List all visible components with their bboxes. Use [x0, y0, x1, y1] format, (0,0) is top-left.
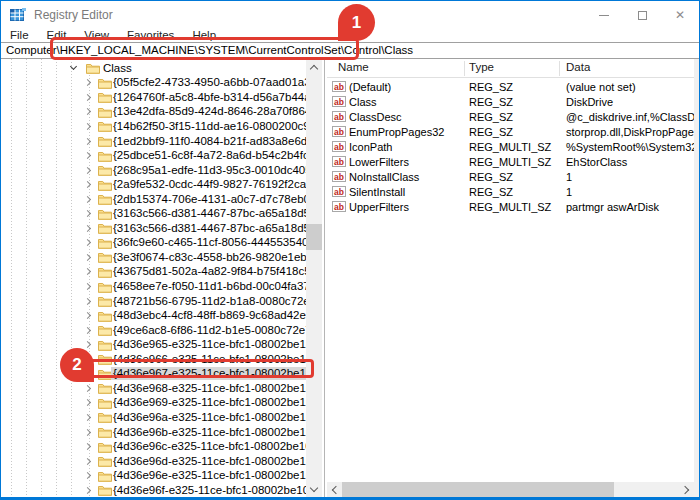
tree-item-label[interactable]: {3163c566-d381-4467-87bc-a65a18d5b648} [111, 207, 306, 220]
values-scrollbar-thumb[interactable] [342, 482, 614, 498]
chevron-right-icon[interactable] [84, 385, 91, 392]
chevron-right-icon[interactable] [84, 210, 91, 217]
tree-item[interactable]: {1264760f-a5c8-4bfe-b314-d56a7b44a362} [1, 90, 306, 105]
tree-item-label[interactable]: {25dbce51-6c8f-4a72-8a6d-b54c2b4fc835} [111, 149, 306, 162]
tree-item[interactable]: {25dbce51-6c8f-4a72-8a6d-b54c2b4fc835} [1, 148, 306, 163]
tree-item[interactable]: {13e42dfa-85d9-424d-8646-28a70f864f9c} [1, 105, 306, 120]
chevron-right-icon[interactable] [84, 137, 91, 144]
tree-item[interactable]: {4d36e96e-e325-11ce-bfc1-08002be10318} [1, 468, 306, 483]
tree-item[interactable]: {36fc9e60-c465-11cf-8056-444553540000} [1, 236, 306, 251]
column-header-name[interactable]: Name [338, 61, 369, 73]
minimize-button[interactable] [585, 1, 623, 29]
value-row[interactable]: abClassREG_SZDiskDrive [327, 95, 694, 110]
tree-item-label[interactable]: {4658ee7e-f050-11d1-b6bd-00c04fa372a7} [111, 280, 306, 293]
tree-item-label[interactable]: {4d36e96e-e325-11ce-bfc1-08002be10318} [111, 469, 306, 482]
chevron-right-icon[interactable] [84, 108, 91, 115]
chevron-right-icon[interactable] [84, 123, 91, 130]
value-row[interactable]: abSilentInstallREG_SZ1 [327, 185, 694, 200]
column-divider[interactable] [559, 61, 560, 76]
tree-item-label[interactable]: {4d36e968-e325-11ce-bfc1-08002be10318} [111, 382, 306, 395]
column-divider[interactable] [464, 61, 465, 76]
registry-tree-pane[interactable]: Class{05f5cfe2-4733-4950-a6bb-07aad01a3a… [1, 59, 306, 498]
tree-item-label[interactable]: {48721b56-6795-11d2-b1a8-0080c72e74a2} [111, 295, 306, 308]
chevron-right-icon[interactable] [84, 196, 91, 203]
tree-item-label[interactable]: {05f5cfe2-4733-4950-a6bb-07aad01a3a84} [111, 76, 306, 89]
tree-item[interactable]: {49ce6ac8-6f86-11d2-b1e5-0080c72e74a2} [1, 323, 306, 338]
chevron-right-icon[interactable] [84, 428, 91, 435]
chevron-right-icon[interactable] [84, 312, 91, 319]
tree-item-label[interactable]: {2a9fe532-0cdc-44f9-9827-76192f2ca2fb} [111, 178, 306, 191]
scroll-left-icon[interactable] [332, 486, 340, 494]
tree-item[interactable]: Class [1, 61, 306, 76]
chevron-right-icon[interactable] [84, 225, 91, 232]
tree-item[interactable]: {4658ee7e-f050-11d1-b6bd-00c04fa372a7} [1, 279, 306, 294]
chevron-right-icon[interactable] [84, 458, 91, 465]
value-row[interactable]: abLowerFiltersREG_MULTI_SZEhStorClass [327, 155, 694, 170]
values-horizontal-scrollbar[interactable] [327, 482, 694, 498]
tree-item[interactable]: {268c95a1-edfe-11d3-95c3-0010dc4050a5} [1, 163, 306, 178]
tree-item[interactable]: {3163c566-d381-4467-87bc-a65a18d5b648} [1, 207, 306, 222]
tree-item[interactable]: {4d36e96b-e325-11ce-bfc1-08002be10318} [1, 425, 306, 440]
chevron-right-icon[interactable] [84, 167, 91, 174]
tree-item[interactable]: {4d36e965-e325-11ce-bfc1-08002be10318} [1, 337, 306, 352]
tree-item[interactable]: {4d36e968-e325-11ce-bfc1-08002be10318} [1, 381, 306, 396]
tree-scrollbar-thumb[interactable] [306, 224, 322, 250]
tree-item-label[interactable]: {4d36e96f-e325-11ce-bfc1-08002be10318} [111, 484, 306, 497]
tree-item-label[interactable]: {1ed2bbf9-11f0-4084-b21f-ad83a8e6dcdc} [111, 135, 306, 148]
chevron-right-icon[interactable] [84, 268, 91, 275]
value-row[interactable]: abClassDescREG_SZ@c_diskdrive.inf,%Class… [327, 110, 694, 125]
tree-item[interactable]: {4d36e96c-e325-11ce-bfc1-08002be10318} [1, 439, 306, 454]
chevron-right-icon[interactable] [84, 298, 91, 305]
menu-file[interactable]: File [1, 29, 38, 42]
scroll-up-icon[interactable] [310, 65, 318, 73]
tree-item[interactable]: {48721b56-6795-11d2-b1a8-0080c72e74a2} [1, 294, 306, 309]
value-row[interactable]: abIconPathREG_MULTI_SZ%SystemRoot%\Syste… [327, 140, 694, 155]
tree-item[interactable]: {05f5cfe2-4733-4950-a6bb-07aad01a3a84} [1, 76, 306, 91]
tree-item-label[interactable]: {4d36e965-e325-11ce-bfc1-08002be10318} [111, 338, 306, 351]
tree-item-label[interactable]: {13e42dfa-85d9-424d-8646-28a70f864f9c} [111, 105, 306, 118]
tree-item-label[interactable]: {268c95a1-edfe-11d3-95c3-0010dc4050a5} [111, 164, 306, 177]
tree-item-label[interactable]: {4d36e96b-e325-11ce-bfc1-08002be10318} [111, 426, 306, 439]
tree-item[interactable]: {4d36e96a-e325-11ce-bfc1-08002be10318} [1, 410, 306, 425]
column-header-data[interactable]: Data [566, 61, 590, 73]
tree-item-label[interactable]: {4d36e969-e325-11ce-bfc1-08002be10318} [111, 396, 306, 409]
tree-vertical-scrollbar[interactable] [306, 59, 322, 498]
chevron-right-icon[interactable] [84, 327, 91, 334]
chevron-down-icon[interactable] [70, 63, 77, 70]
tree-item-label[interactable]: {4d36e96c-e325-11ce-bfc1-08002be10318} [111, 440, 306, 453]
chevron-right-icon[interactable] [84, 414, 91, 421]
tree-item[interactable]: {2a9fe532-0cdc-44f9-9827-76192f2ca2fb} [1, 177, 306, 192]
tree-item-label[interactable]: {1264760f-a5c8-4bfe-b314-d56a7b44a362} [111, 91, 306, 104]
tree-item-label[interactable]: {3163c566-d381-4467-87bc-a65a18d5b649} [111, 222, 306, 235]
chevron-right-icon[interactable] [84, 443, 91, 450]
chevron-right-icon[interactable] [84, 487, 91, 494]
tree-item[interactable]: {4d36e96f-e325-11ce-bfc1-08002be10318} [1, 483, 306, 498]
value-row[interactable]: abEnumPropPages32REG_SZstorprop.dll,Disk… [327, 125, 694, 140]
scroll-down-icon[interactable] [310, 484, 318, 492]
tree-item-label[interactable]: {43675d81-502a-4a82-9f84-b75f418c5dea} [111, 265, 306, 278]
chevron-right-icon[interactable] [84, 399, 91, 406]
tree-item-label[interactable]: {48d3ebc4-4cf8-48ff-b869-9c68ad42eb9f} [111, 309, 306, 322]
tree-item[interactable]: {48d3ebc4-4cf8-48ff-b869-9c68ad42eb9f} [1, 308, 306, 323]
tree-item-label[interactable]: {3e3f0674-c83c-4558-bb26-9820e1eba5c5} [111, 251, 306, 264]
tree-item-label[interactable]: {2db15374-706e-4131-a0c7-d7c78eb0289a} [111, 193, 306, 206]
chevron-right-icon[interactable] [84, 254, 91, 261]
chevron-right-icon[interactable] [84, 181, 91, 188]
tree-item[interactable]: {14b62f50-3f15-11dd-ae16-0800200c9a66} [1, 119, 306, 134]
value-row[interactable]: abNoInstallClassREG_SZ1 [327, 170, 694, 185]
pane-splitter[interactable] [324, 59, 325, 498]
tree-item[interactable]: {4d36e96d-e325-11ce-bfc1-08002be10318} [1, 454, 306, 469]
tree-item-label[interactable]: {14b62f50-3f15-11dd-ae16-0800200c9a66} [111, 120, 306, 133]
tree-item-label[interactable]: {4d36e96a-e325-11ce-bfc1-08002be10318} [111, 411, 306, 424]
tree-item-label[interactable]: Class [101, 62, 134, 75]
tree-item-label[interactable]: {49ce6ac8-6f86-11d2-b1e5-0080c72e74a2} [111, 324, 306, 337]
chevron-right-icon[interactable] [84, 341, 91, 348]
chevron-right-icon[interactable] [84, 472, 91, 479]
column-header-type[interactable]: Type [469, 61, 494, 73]
value-row[interactable]: abUpperFiltersREG_MULTI_SZpartmgr aswArD… [327, 200, 694, 215]
chevron-right-icon[interactable] [84, 152, 91, 159]
values-pane[interactable]: Name Type Data ab(Default)REG_SZ(value n… [327, 59, 694, 498]
scroll-right-icon[interactable] [681, 486, 689, 494]
maximize-button[interactable] [623, 1, 661, 29]
tree-item[interactable]: {1ed2bbf9-11f0-4084-b21f-ad83a8e6dcdc} [1, 134, 306, 149]
